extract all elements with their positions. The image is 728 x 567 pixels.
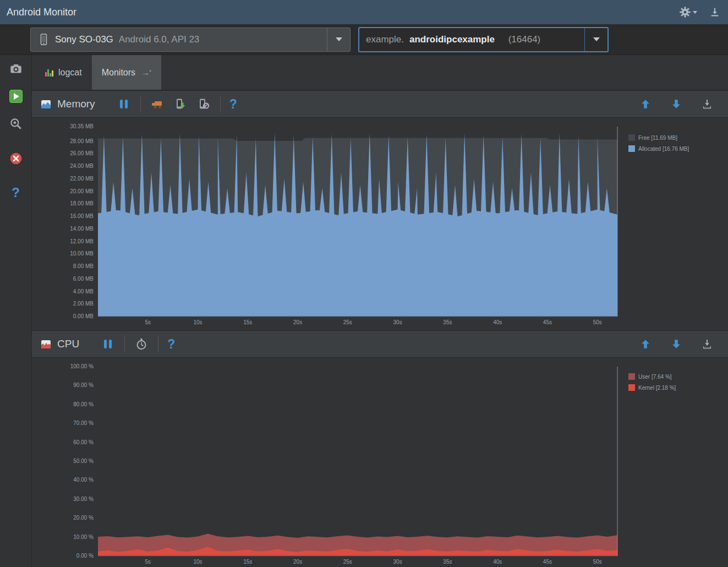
chevron-down-icon [336, 37, 342, 41]
legend-label: Free [11.69 MB] [638, 135, 677, 141]
device-process-toolbar: Sony SO-03G Android 6.0, API 23 example.… [0, 24, 728, 55]
cpu-help-button[interactable]: ? [167, 337, 175, 352]
screen-record-button[interactable] [7, 87, 25, 106]
x-axis-tick-label: 40s [493, 319, 502, 325]
pause-icon [120, 100, 128, 108]
gc-truck-icon [151, 97, 164, 111]
y-axis-tick-label: 90.00 % [73, 382, 94, 388]
memory-export-button[interactable] [699, 96, 715, 112]
y-axis-tick-label: 18.00 MB [70, 200, 94, 206]
dock-window-icon [709, 7, 720, 18]
legend-swatch [628, 145, 635, 152]
process-dropdown-arrow[interactable] [584, 28, 607, 51]
legend-swatch [628, 134, 635, 141]
x-axis-tick-label: 5s [145, 559, 151, 565]
chevron-down-icon [693, 11, 697, 14]
legend-item: User [7.64 %] [628, 373, 676, 380]
heap-dump-icon [174, 97, 187, 111]
memory-legend: Free [11.69 MB]Allocated [16.76 MB] [628, 134, 689, 152]
memory-panel-header: Memory [32, 90, 728, 118]
device-details: Android 6.0, API 23 [119, 34, 200, 45]
device-monitor-button[interactable] [7, 115, 25, 133]
x-axis-tick-label: 45s [543, 319, 552, 325]
y-axis-tick-label: 12.00 MB [70, 238, 94, 244]
y-axis-tick-label: 22.00 MB [70, 176, 94, 182]
y-axis-tick-label: 100.00 % [70, 363, 94, 369]
x-axis-tick-label: 10s [193, 559, 202, 565]
y-axis-tick-label: 70.00 % [73, 420, 94, 426]
arrow-down-icon [670, 338, 682, 350]
x-axis-tick-label: 15s [243, 559, 252, 565]
screenshot-button[interactable] [7, 59, 25, 78]
cpu-legend: User [7.64 %]Kernel [2.18 %] [628, 373, 676, 391]
allocation-tracker-button[interactable] [196, 96, 211, 112]
x-axis-tick-label: 30s [393, 559, 402, 565]
legend-item: Free [11.69 MB] [628, 134, 689, 141]
x-axis-tick-label: 30s [393, 319, 402, 325]
cpu-timer-button[interactable] [134, 336, 149, 352]
y-axis-tick-label: 4.00 MB [73, 288, 94, 295]
device-dropdown-arrow[interactable] [327, 28, 350, 51]
stopwatch-icon [135, 337, 148, 351]
y-axis-tick-label: 30.00 % [73, 496, 94, 502]
pause-icon [104, 340, 112, 348]
cpu-monitor-icon [41, 339, 51, 350]
separator [220, 96, 221, 112]
y-axis-tick-label: 40.00 % [73, 477, 94, 483]
x-axis-tick-label: 40s [493, 559, 502, 565]
y-axis-tick-label: 80.00 % [73, 401, 94, 407]
search-monitor-icon [9, 117, 23, 131]
camera-icon [9, 62, 23, 76]
separator [124, 336, 125, 352]
dock-window-button[interactable] [709, 7, 720, 18]
x-axis-tick-label: 20s [293, 319, 302, 325]
arrow-down-icon [670, 98, 682, 110]
y-axis-tick-label: 28.00 MB [70, 138, 94, 144]
gear-icon [679, 6, 691, 18]
cpu-chart-area: 100.00 %90.00 %80.00 %70.00 %60.00 %50.0… [32, 358, 728, 567]
y-axis-tick-label: 24.00 MB [70, 163, 94, 169]
x-axis-tick-label: 45s [543, 559, 552, 565]
dump-java-heap-button[interactable] [173, 96, 188, 112]
x-axis-tick-label: 15s [243, 319, 252, 325]
memory-chart: 30.35 MB28.00 MB26.00 MB24.00 MB22.00 MB… [32, 118, 727, 330]
cpu-chart: 100.00 %90.00 %80.00 %70.00 %60.00 %50.0… [32, 358, 727, 567]
memory-pause-button[interactable] [116, 96, 132, 112]
device-name: Sony SO-03G [55, 34, 113, 45]
y-axis-tick-label: 0.00 % [76, 553, 94, 559]
terminate-application-button[interactable] [7, 149, 25, 168]
arrow-up-icon [639, 338, 652, 350]
y-axis-tick-label: 8.00 MB [73, 263, 94, 269]
device-selector[interactable]: Sony SO-03G Android 6.0, API 23 [30, 28, 351, 52]
play-icon [9, 90, 23, 103]
cpu-panel-title: CPU [57, 338, 79, 350]
y-axis-tick-label: 10.00 % [73, 534, 94, 540]
x-axis-tick-label: 50s [593, 319, 602, 325]
legend-label: Allocated [16.76 MB] [638, 146, 689, 152]
help-icon: ? [12, 185, 20, 200]
process-selector[interactable]: example.androidipcexample (16464) [358, 27, 609, 52]
cpu-pause-button[interactable] [100, 336, 116, 352]
y-axis-tick-label: 0.00 MB [73, 313, 94, 319]
legend-item: Allocated [16.76 MB] [628, 145, 689, 152]
memory-scroll-down-button[interactable] [669, 96, 684, 112]
y-axis-tick-label: 6.00 MB [73, 276, 94, 282]
phone-icon [37, 33, 50, 46]
legend-swatch [628, 373, 635, 380]
monitor-tabs: logcat Monitors →▪ [32, 55, 728, 90]
memory-panel-title: Memory [57, 98, 95, 110]
process-pid: (16464) [508, 34, 541, 45]
cpu-scroll-up-button[interactable] [638, 336, 653, 352]
tab-monitors[interactable]: Monitors →▪ [92, 55, 161, 90]
y-axis-tick-label: 10.00 MB [70, 250, 94, 257]
memory-help-button[interactable]: ? [229, 97, 237, 112]
cpu-scroll-down-button[interactable] [669, 336, 684, 352]
cpu-export-button[interactable] [699, 336, 715, 352]
memory-scroll-up-button[interactable] [638, 96, 653, 112]
y-axis-tick-label: 50.00 % [73, 458, 94, 464]
cpu-panel-header: CPU ? [32, 330, 728, 358]
tab-logcat[interactable]: logcat [35, 55, 92, 90]
initiate-gc-button[interactable] [150, 96, 165, 112]
rail-help-button[interactable]: ? [7, 183, 25, 202]
gear-menu-button[interactable] [679, 6, 697, 18]
